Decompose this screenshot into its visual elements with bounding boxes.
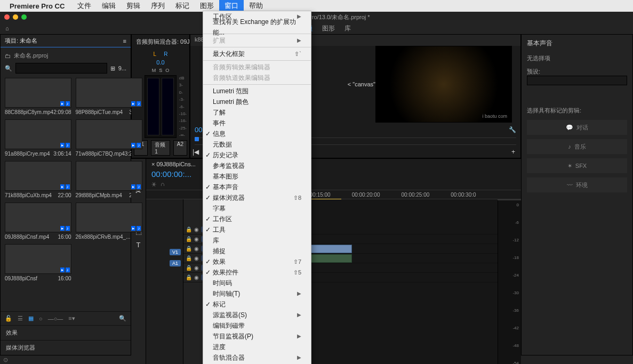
menu-item[interactable]: Lumetri 颜色 bbox=[203, 96, 311, 107]
menu-item[interactable]: 了解 bbox=[203, 107, 311, 118]
program-canvas[interactable] bbox=[375, 46, 512, 123]
playhead-icon[interactable] bbox=[195, 137, 199, 141]
patch-A1[interactable]: A1 bbox=[170, 260, 181, 266]
menu-item[interactable]: 捕捉 bbox=[203, 246, 311, 256]
menu-item[interactable]: ✓效果控件⇧5 bbox=[203, 267, 311, 278]
close-button[interactable] bbox=[4, 14, 10, 20]
solo-button[interactable]: S bbox=[159, 68, 162, 73]
sort-icon[interactable]: ≡▾ bbox=[68, 315, 75, 322]
menu-item[interactable]: 事件 bbox=[203, 118, 311, 128]
music-button[interactable]: ♪音乐 bbox=[527, 139, 627, 154]
toggle-icon[interactable]: ◉ bbox=[194, 274, 199, 280]
menu-item[interactable]: 音轨混合器▶ bbox=[203, 352, 311, 363]
menu-item[interactable]: 最大化框架⇧` bbox=[203, 48, 311, 59]
transport-btn-0[interactable]: |◀ bbox=[193, 148, 199, 156]
clip-item[interactable]: ▸♪ 09J888piCnsf.mp416:00 bbox=[5, 203, 71, 240]
search-footer-icon[interactable]: 🔍 bbox=[119, 315, 126, 322]
tab-graphics[interactable]: 图形 bbox=[322, 24, 335, 33]
lock-icon[interactable]: 🔒 bbox=[186, 236, 192, 242]
menu-item[interactable]: ✓信息 bbox=[203, 128, 311, 139]
clip-thumbnail[interactable]: ▸♪ bbox=[5, 119, 71, 149]
menu-item[interactable]: ✓标记 bbox=[203, 299, 311, 310]
o-button[interactable]: O bbox=[165, 68, 169, 73]
lock-icon[interactable]: 🔒 bbox=[186, 255, 192, 261]
zoom-slider-icon[interactable]: —○— bbox=[48, 316, 63, 322]
lock-icon[interactable]: 🔒 bbox=[186, 246, 192, 252]
search-input[interactable] bbox=[15, 63, 107, 74]
tool-6[interactable]: T bbox=[137, 241, 141, 249]
clip-thumbnail[interactable]: ▸♪ bbox=[5, 78, 71, 108]
menu-item[interactable]: 元数据 bbox=[203, 139, 311, 150]
clip-thumbnail[interactable]: ▸♪ bbox=[5, 161, 71, 191]
menu-item[interactable]: ✓基本声音 bbox=[203, 182, 311, 192]
icon-view-icon[interactable]: ▦ bbox=[28, 315, 34, 322]
media-browser-tab[interactable]: 媒体浏览器 bbox=[1, 340, 131, 355]
mixer-track[interactable]: 音频 1 bbox=[151, 140, 170, 156]
menu-item[interactable]: 字幕 bbox=[203, 203, 311, 214]
effects-tab[interactable]: 效果 bbox=[1, 325, 131, 340]
menu-item[interactable]: 时间轴(T)▶ bbox=[203, 288, 311, 299]
menu-item[interactable]: ✓效果⇧7 bbox=[203, 256, 311, 267]
sfx-button[interactable]: ✶SFX bbox=[527, 158, 627, 173]
menu-edit[interactable]: 编辑 bbox=[97, 0, 121, 12]
list-view-icon[interactable]: ☰ bbox=[18, 315, 23, 322]
preset-select[interactable] bbox=[527, 76, 627, 85]
clip-item[interactable]: ▸♪ 91a888piCrye.mp43:06:14 bbox=[5, 119, 71, 157]
menu-item[interactable]: 节目监视器(P)▶ bbox=[203, 331, 311, 342]
toggle-icon[interactable]: ◉ bbox=[194, 265, 199, 271]
pan-value[interactable]: 0.0 bbox=[156, 59, 164, 66]
new-item-icon[interactable]: ⊞ bbox=[110, 65, 115, 72]
menu-item[interactable]: Lumetri 范围 bbox=[203, 86, 311, 96]
home-icon[interactable]: ⌂ bbox=[5, 25, 9, 31]
clip-item[interactable]: ▸♪ 09J888piCnsf16:00 bbox=[5, 244, 71, 281]
mixer-a2[interactable]: A2 bbox=[173, 140, 187, 156]
menu-item[interactable]: ✓工具 bbox=[203, 224, 311, 235]
menu-item[interactable]: ✓工作区 bbox=[203, 214, 311, 224]
menu-item[interactable]: 编辑到磁带 bbox=[203, 320, 311, 331]
clip-thumbnail[interactable]: ▸♪ bbox=[5, 203, 71, 232]
tab-libraries[interactable]: 库 bbox=[344, 24, 351, 33]
menu-item[interactable]: 库 bbox=[203, 235, 311, 246]
lock-icon[interactable]: 🔒 bbox=[186, 227, 192, 232]
app-name[interactable]: Premiere Pro CC bbox=[10, 2, 65, 10]
project-file-row[interactable]: 🗀 未命名.prproj bbox=[5, 52, 126, 60]
menu-help[interactable]: 帮助 bbox=[244, 0, 268, 12]
toggle-icon[interactable]: ◉ bbox=[194, 255, 199, 261]
settings-icon[interactable]: 🔧 bbox=[509, 126, 516, 133]
patch-V1[interactable]: V1 bbox=[170, 249, 181, 255]
sequence-name[interactable]: 09J888piCns... bbox=[157, 161, 196, 167]
ambience-button[interactable]: 〰环境 bbox=[527, 177, 627, 192]
zoom-button[interactable] bbox=[21, 14, 27, 20]
menu-markers[interactable]: 标记 bbox=[170, 0, 195, 12]
menu-item[interactable]: 查找有关 Exchange 的扩展功能... bbox=[203, 22, 311, 33]
clip-thumbnail[interactable]: ▸♪ bbox=[76, 78, 143, 108]
clip-item[interactable]: ▸♪ 71k888piCuXb.mp422:00 bbox=[5, 161, 71, 198]
toggle-icon[interactable]: ◉ bbox=[194, 227, 199, 232]
lock-icon[interactable]: 🔒 bbox=[186, 265, 192, 271]
clip-thumbnail[interactable]: ▸♪ bbox=[76, 161, 143, 191]
menu-item[interactable]: 源监视器(S)▶ bbox=[203, 310, 311, 320]
menu-item[interactable]: 进度 bbox=[203, 342, 311, 352]
panel-menu-icon[interactable]: ≡ bbox=[123, 38, 126, 44]
freeform-view-icon[interactable]: ○ bbox=[39, 316, 43, 322]
clip-thumbnail[interactable]: ▸♪ bbox=[76, 119, 143, 149]
menu-graphics[interactable]: 图形 bbox=[195, 0, 219, 12]
menu-file[interactable]: 文件 bbox=[72, 0, 97, 12]
lock-icon[interactable]: 🔒 bbox=[186, 274, 192, 280]
dialogue-button[interactable]: 💬对话 bbox=[527, 120, 627, 135]
toggle-icon[interactable]: ◉ bbox=[194, 236, 199, 242]
menu-sequence[interactable]: 序列 bbox=[146, 0, 170, 12]
menu-item[interactable]: 时间码 bbox=[203, 278, 311, 288]
clip-item[interactable]: ▸♪ 88C888piC8ym.mp42:09:08 bbox=[5, 78, 71, 115]
menu-item[interactable]: 参考监视器 bbox=[203, 160, 311, 171]
menu-item[interactable]: 基本图形 bbox=[203, 171, 311, 182]
mute-button[interactable]: M bbox=[152, 68, 156, 73]
toggle-icon[interactable]: ◉ bbox=[194, 246, 199, 252]
menu-clip[interactable]: 剪辑 bbox=[121, 0, 146, 12]
menu-window[interactable]: 窗口 bbox=[219, 0, 244, 12]
lock-icon[interactable]: 🔓 bbox=[5, 315, 12, 322]
clip-thumbnail[interactable]: ▸♪ bbox=[76, 203, 143, 232]
clip-thumbnail[interactable]: ▸♪ bbox=[5, 244, 71, 274]
menu-item[interactable]: ✓媒体浏览器⇧8 bbox=[203, 192, 311, 203]
minimize-button[interactable] bbox=[13, 14, 18, 20]
